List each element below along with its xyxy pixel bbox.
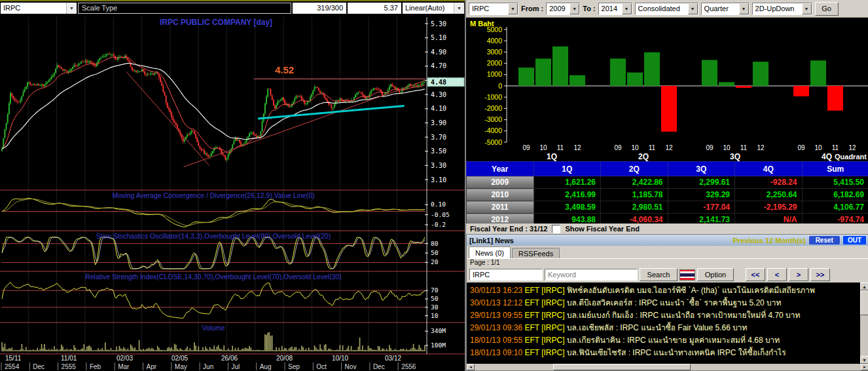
stochastics-label: Slow Stochastics Oscillator(14,3,3),Over… <box>96 232 331 240</box>
bar-count-box: 319/300 <box>293 3 346 14</box>
news-item-text: บล.ฟินันเซียไซรัส : IRPC แนะนำทางเทคนิค … <box>567 348 786 357</box>
svg-text:3Q: 3Q <box>730 152 740 161</box>
scale-mode-combo[interactable]: Linear(Auto) ▼ <box>403 3 464 14</box>
to-year-combo[interactable]: 2014 ▼ <box>598 3 632 15</box>
news-item-datetime: 18/01/13 09:10 <box>470 348 524 357</box>
year-cell[interactable]: 2011 <box>467 201 534 214</box>
svg-text:11: 11 <box>649 144 656 151</box>
news-item[interactable]: 29/01/13 09:36 EFT [IRPC] บล.เอเชียพลัส … <box>470 322 858 334</box>
svg-text:4Q: 4Q <box>822 152 832 161</box>
svg-text:50: 50 <box>431 249 439 256</box>
svg-text:10: 10 <box>631 144 639 151</box>
svg-text:Jul: Jul <box>231 363 240 370</box>
thai-flag-icon[interactable] <box>679 269 695 281</box>
scroll-thumb-horizontal[interactable] <box>553 364 691 370</box>
previous-months-link[interactable]: Previous 12 Month(s) <box>732 237 805 244</box>
next-page-button[interactable]: > <box>789 268 808 281</box>
table-header-year: Year <box>467 162 534 176</box>
tab-rssfeeds[interactable]: RSSFeeds <box>512 248 560 258</box>
period-combo[interactable]: Quarter ▼ <box>701 3 750 15</box>
year-cell[interactable]: 2009 <box>467 176 534 189</box>
svg-text:12: 12 <box>757 144 765 151</box>
news-symbol-input[interactable] <box>469 269 543 281</box>
fiscal-year-label: Fiscal Year End : 31/12 <box>470 225 547 233</box>
svg-text:09: 09 <box>522 144 530 151</box>
svg-text:0: 0 <box>498 82 502 90</box>
svg-text:3.30: 3.30 <box>431 162 446 169</box>
first-page-button[interactable]: << <box>746 268 765 281</box>
scroll-track-vertical[interactable] <box>860 290 868 356</box>
svg-text:4.90: 4.90 <box>431 49 446 56</box>
reset-button[interactable]: Reset <box>809 236 840 244</box>
svg-text:10: 10 <box>814 144 822 151</box>
consolidated-combo[interactable]: Consolidated ▼ <box>635 3 698 15</box>
svg-text:70: 70 <box>431 286 439 294</box>
show-fiscal-year-checkbox[interactable] <box>552 225 560 233</box>
scale-mode-value: Linear(Auto) <box>405 4 445 12</box>
news-item[interactable]: 29/01/13 09:55 EFT [IRPC] บล.เมย์แบงก์ ก… <box>470 309 858 322</box>
option-button[interactable]: Option <box>697 268 734 281</box>
last-page-button[interactable]: >> <box>810 268 830 281</box>
value-cell: 1,621.26 <box>533 176 601 189</box>
to-year-value: 2014 <box>602 5 617 12</box>
scroll-right-icon[interactable]: ► <box>861 364 868 370</box>
svg-text:2555: 2555 <box>62 363 77 370</box>
news-panel: [Link1] News Previous 12 Month(s) Reset … <box>466 234 868 371</box>
value-cell: 2,416.99 <box>533 189 601 201</box>
value-cell: -928.24 <box>735 176 803 189</box>
view-combo[interactable]: 2D-UpDown ▼ <box>752 3 812 15</box>
svg-text:12: 12 <box>848 144 856 151</box>
price-chart-canvas[interactable]: 4.52IRPC PUBLIC COMPANY [day]5.305.104.9… <box>0 14 465 371</box>
news-horizontal-scrollbar[interactable]: ◄ ► <box>467 364 868 370</box>
svg-text:Mar: Mar <box>118 363 130 370</box>
table-row: 20091,621.262,422.862,299.61-928.245,415… <box>467 176 868 189</box>
news-titlebar: [Link1] News Previous 12 Month(s) Reset … <box>467 235 868 246</box>
out-button[interactable]: OUT <box>843 236 866 244</box>
chevron-down-icon: ▼ <box>66 3 77 14</box>
svg-text:11: 11 <box>832 144 839 151</box>
news-item-text: บล.เมย์แบงก์ กิมเอ็ง : IRPC แนะนำถือ ราค… <box>567 311 801 320</box>
news-item-source: EFT [IRPC] <box>524 311 566 320</box>
financials-symbol-combo[interactable]: IRPC ▼ <box>469 3 518 15</box>
news-title: [Link1] News <box>469 237 514 244</box>
keyword-input[interactable] <box>545 269 638 281</box>
news-item-datetime: 30/01/13 16:23 <box>470 286 524 295</box>
search-button[interactable]: Search <box>640 268 678 281</box>
svg-text:2Q: 2Q <box>638 152 649 161</box>
chevron-down-icon: ▼ <box>570 3 579 14</box>
news-item-source: EFT [IRPC] <box>524 336 566 345</box>
news-item-text: บล.เอเชียพลัส : IRPC แนะนำซื้อ Fair Valu… <box>567 323 748 332</box>
symbol-combo[interactable]: IRPC ▼ <box>1 3 77 14</box>
svg-text:1Q: 1Q <box>547 152 557 161</box>
news-vertical-scrollbar[interactable]: ▲ ▼ <box>860 283 868 364</box>
news-item[interactable]: 18/01/13 09:10 EFT [IRPC] บล.ฟินันเซียไซ… <box>470 347 858 359</box>
news-item[interactable]: 30/01/13 16:23 EFT [IRPC] ฟิทช์คงอันดับเ… <box>470 284 858 297</box>
table-header-4q: 4Q <box>735 162 803 176</box>
resistance-price-label: 4.52 <box>275 64 294 75</box>
tab-news[interactable]: News (0) <box>469 246 511 258</box>
scroll-up-icon[interactable]: ▲ <box>860 283 868 290</box>
macd-label: Moving Average Convergence / Divergence(… <box>113 191 315 199</box>
table-row: 20113,498.592,980.51-177.04-2,195.294,10… <box>467 201 868 214</box>
from-year-combo[interactable]: 2009 ▼ <box>546 3 580 15</box>
svg-text:3.70: 3.70 <box>431 134 446 141</box>
svg-text:09: 09 <box>614 144 622 151</box>
news-item-text: บล.ดีบีเอสวิคเคอร์ส : IRPC แนะนำ `ซื้อ` … <box>567 298 781 307</box>
prev-page-button[interactable]: < <box>767 268 787 281</box>
svg-text:Apr: Apr <box>147 363 157 370</box>
news-item[interactable]: 18/01/13 09:55 EFT [IRPC] บล.เกียรตินาคิ… <box>470 334 858 347</box>
to-label: To : <box>583 5 595 12</box>
quarterly-bar-chart-canvas[interactable]: 500040003000200010000-1000-2000-3000-400… <box>466 18 868 161</box>
svg-text:02/05: 02/05 <box>172 355 188 362</box>
scroll-thumb-vertical[interactable] <box>860 290 868 315</box>
financials-news-panel: IRPC ▼ From : 2009 ▼ To : 2014 ▼ Consoli… <box>465 0 868 371</box>
scroll-down-icon[interactable]: ▼ <box>860 356 868 364</box>
from-year-value: 2009 <box>549 5 565 12</box>
year-cell[interactable]: 2010 <box>467 189 534 201</box>
news-item[interactable]: 30/01/13 12:12 EFT [IRPC] บล.ดีบีเอสวิคเ… <box>470 297 858 309</box>
scroll-left-icon[interactable]: ◄ <box>467 364 475 370</box>
scroll-track-horizontal[interactable] <box>475 364 861 370</box>
svg-text:Nov: Nov <box>345 363 357 370</box>
go-button[interactable]: Go <box>815 2 839 16</box>
svg-text:50: 50 <box>431 295 439 302</box>
